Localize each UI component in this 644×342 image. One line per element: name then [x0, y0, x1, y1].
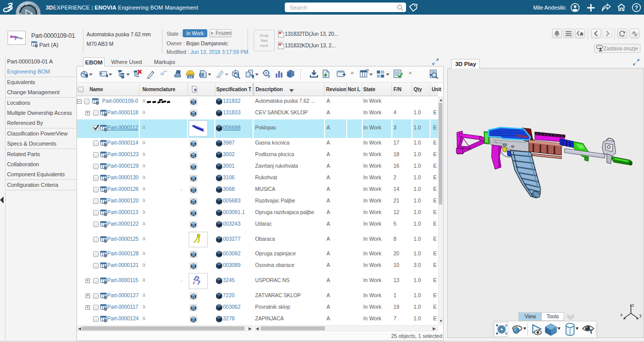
svg-text:LO: LO — [192, 296, 195, 299]
svg-text:#: # — [268, 74, 270, 79]
svg-text:LO: LO — [192, 190, 195, 192]
svg-text:LO: LO — [192, 155, 195, 158]
svg-text:?: ? — [635, 5, 638, 11]
svg-text:y: y — [639, 313, 642, 318]
svg-text:C: C — [201, 73, 203, 77]
svg-text:LO: LO — [192, 319, 195, 322]
svg-text:LO: LO — [192, 201, 195, 204]
svg-text:z: z — [632, 303, 634, 308]
svg-text:»: » — [409, 70, 412, 76]
svg-text:LO: LO — [192, 225, 195, 227]
svg-text:LO: LO — [192, 113, 195, 116]
svg-text:✈: ✈ — [26, 3, 29, 6]
svg-text:x: x — [620, 312, 623, 317]
svg-text:LO: LO — [192, 308, 195, 310]
svg-text:LO: LO — [192, 254, 195, 257]
svg-text:LO: LO — [192, 266, 195, 268]
svg-text:LO: LO — [192, 102, 195, 104]
svg-text:CA: CA — [188, 76, 193, 79]
svg-text:LO: LO — [192, 213, 195, 216]
svg-text:LO: LO — [192, 144, 195, 146]
svg-text:LO: LO — [192, 167, 195, 169]
svg-text:»: » — [351, 70, 354, 76]
svg-text:LO: LO — [192, 178, 195, 181]
